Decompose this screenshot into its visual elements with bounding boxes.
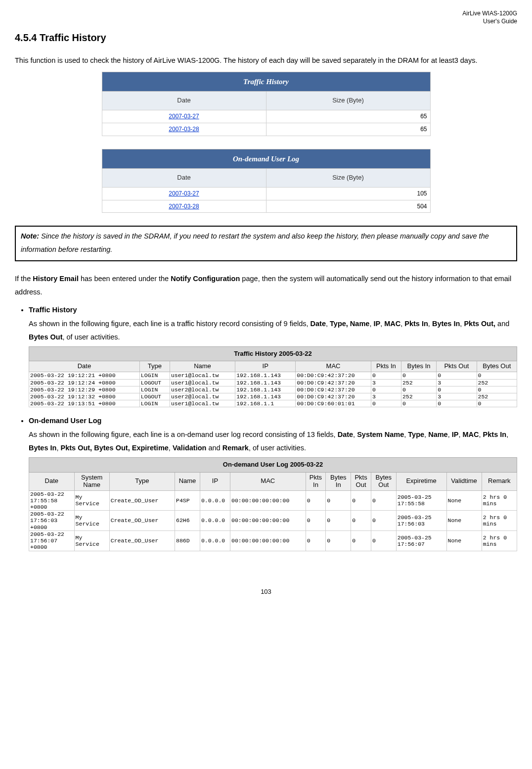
detail-cell: 0 (306, 511, 326, 531)
detail-cell: 62H6 (175, 511, 200, 531)
date-link[interactable]: 2007-03-28 (169, 203, 199, 210)
detail-cell: 0 (371, 386, 401, 393)
detail-header: IP (200, 472, 230, 490)
detail-cell: user2@local.tw (170, 386, 235, 393)
ondemand-detail-table: On-demand User Log 2005-03-22DateSystem … (29, 457, 517, 551)
detail-cell: 00:00:00:00:00:00 (230, 490, 306, 511)
table-row: 2005-03-22 17:56:03 +0800My ServiceCreat… (29, 511, 517, 531)
detail-header: Bytes In (401, 361, 436, 372)
detail-header: Bytes In (326, 472, 351, 490)
detail-title: On-demand User Log 2005-03-22 (29, 458, 517, 473)
detail-cell: 252 (477, 379, 517, 386)
detail-header: Type (109, 472, 175, 490)
detail-cell: 00:00:00:00:00:00 (230, 530, 306, 551)
summary-cell-size: 105 (266, 187, 430, 200)
detail-cell: 0 (351, 530, 371, 551)
detail-header: MAC (230, 472, 306, 490)
summary-cell-date: 2007-03-27 (102, 187, 266, 200)
detail-cell: 0 (306, 530, 326, 551)
detail-cell: 2005-03-22 19:12:21 +0800 (29, 372, 140, 379)
summary-header: Date (102, 169, 266, 188)
detail-cell: None (446, 490, 482, 511)
detail-cell: 0 (477, 372, 517, 379)
detail-cell: 2005-03-22 17:56:07 +0800 (29, 530, 75, 551)
summary-header: Date (102, 92, 266, 110)
summary-title: On-demand User Log (102, 149, 430, 169)
detail-cell: 0 (351, 511, 371, 531)
detail-cell: 0 (371, 530, 396, 551)
detail-cell: 2005-03-22 19:12:24 +0800 (29, 379, 140, 386)
date-link[interactable]: 2007-03-28 (169, 126, 199, 133)
detail-cell: 0 (351, 490, 371, 511)
note-text: Since the history is saved in the SDRAM,… (21, 232, 489, 253)
detail-header: Expiretime (396, 472, 446, 490)
detail-header: Name (175, 472, 200, 490)
detail-header: Pkts Out (437, 361, 477, 372)
doc-product: AirLive WIAS-1200G (462, 10, 517, 17)
detail-cell: 192.168.1.143 (235, 379, 296, 386)
doc-guide: User's Guide (483, 18, 517, 25)
detail-cell: user1@local.tw (170, 372, 235, 379)
detail-cell: 0.0.0.0 (200, 490, 230, 511)
detail-header: Date (29, 472, 75, 490)
detail-cell: 00:D0:C9:42:37:20 (296, 372, 371, 379)
detail-cell: LOGOUT (139, 379, 170, 386)
detail-cell: 252 (477, 393, 517, 400)
summary-table-wrap: Traffic HistoryDateSize (Byte)2007-03-27… (15, 72, 517, 136)
detail-cell: 0 (326, 511, 351, 531)
detail-cell: 0.0.0.0 (200, 511, 230, 531)
table-row: 2005-03-22 17:56:07 +0800My ServiceCreat… (29, 530, 517, 551)
doc-header: AirLive WIAS-1200G User's Guide (15, 10, 517, 25)
summary-table: Traffic HistoryDateSize (Byte)2007-03-27… (102, 72, 431, 136)
detail-header: Bytes Out (371, 472, 396, 490)
detail-cell: 192.168.1.143 (235, 393, 296, 400)
detail-cell: user1@local.tw (170, 379, 235, 386)
detail-header: Pkts In (371, 361, 401, 372)
detail-cell: 3 (371, 379, 401, 386)
table-row: 2005-03-22 19:12:24 +0800LOGOUTuser1@loc… (29, 379, 517, 386)
detail-cell: 00:D0:C9:42:37:20 (296, 386, 371, 393)
detail-cell: 252 (401, 379, 436, 386)
detail-cell: 0 (437, 372, 477, 379)
detail-cell: None (446, 530, 482, 551)
detail-cell: 00:D0:C9:60:01:01 (296, 400, 371, 407)
detail-cell: 0 (437, 400, 477, 407)
detail-cell: 192.168.1.143 (235, 386, 296, 393)
date-link[interactable]: 2007-03-27 (169, 113, 199, 120)
date-link[interactable]: 2007-03-27 (169, 190, 199, 197)
detail-cell: 2 hrs 0 mins (482, 511, 517, 531)
detail-header: Date (29, 361, 140, 372)
traffic-detail-table: Traffic History 2005-03-22DateTypeNameIP… (29, 346, 517, 408)
ondemand-detail-wrap: On-demand User Log 2005-03-22DateSystem … (29, 457, 517, 551)
detail-cell: user1@local.tw (170, 400, 235, 407)
detail-cell: 3 (437, 393, 477, 400)
detail-header: Type (139, 361, 170, 372)
detail-header: IP (235, 361, 296, 372)
bullet-ondemand-log: On-demand User Log As shown in the follo… (29, 414, 517, 551)
detail-cell: LOGIN (139, 372, 170, 379)
table-row: 2005-03-22 19:12:29 +0800LOGINuser2@loca… (29, 386, 517, 393)
traffic-detail-wrap: Traffic History 2005-03-22DateTypeNameIP… (29, 346, 517, 408)
summary-cell-date: 2007-03-27 (102, 110, 266, 123)
table-row: 2005-03-22 19:13:51 +0800LOGINuser1@loca… (29, 400, 517, 407)
detail-cell: LOGIN (139, 386, 170, 393)
detail-cell: 2 hrs 0 mins (482, 530, 517, 551)
detail-cell: My Service (74, 511, 109, 531)
detail-cell: 0 (437, 386, 477, 393)
summary-table-wrap: On-demand User LogDateSize (Byte)2007-03… (15, 149, 517, 213)
detail-cell: 2005-03-25 17:55:58 (396, 490, 446, 511)
detail-cell: 192.168.1.1 (235, 400, 296, 407)
detail-cell: 0 (326, 490, 351, 511)
detail-cell: LOGIN (139, 400, 170, 407)
detail-cell: 0 (371, 490, 396, 511)
detail-header: Bytes Out (477, 361, 517, 372)
detail-cell: 0 (401, 400, 436, 407)
detail-cell: 00:00:00:00:00:00 (230, 511, 306, 531)
detail-cell: 00:D0:C9:42:37:20 (296, 393, 371, 400)
detail-cell: 0 (477, 400, 517, 407)
detail-cell: 2005-03-22 17:56:03 +0800 (29, 511, 75, 531)
detail-header: System Name (74, 472, 109, 490)
summary-cell-date: 2007-03-28 (102, 123, 266, 136)
detail-cell: 2005-03-22 19:12:32 +0800 (29, 393, 140, 400)
table-row: 2005-03-22 19:12:21 +0800LOGINuser1@loca… (29, 372, 517, 379)
